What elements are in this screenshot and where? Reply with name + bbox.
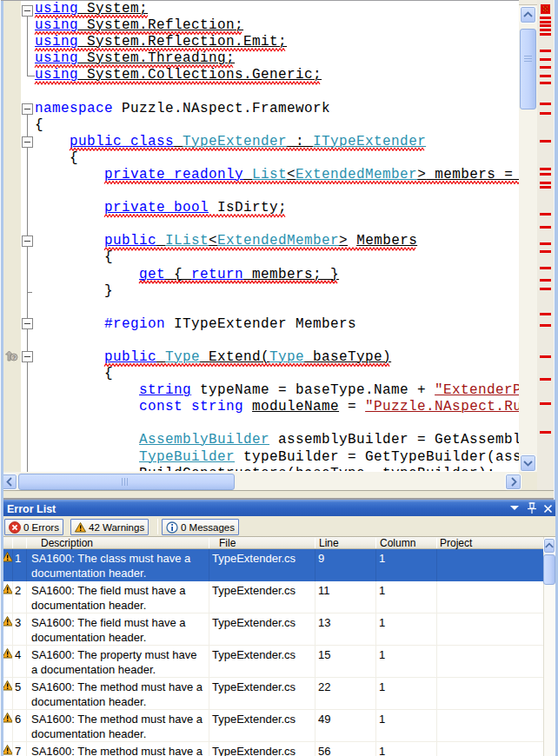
svg-text:?: ? — [12, 355, 16, 361]
